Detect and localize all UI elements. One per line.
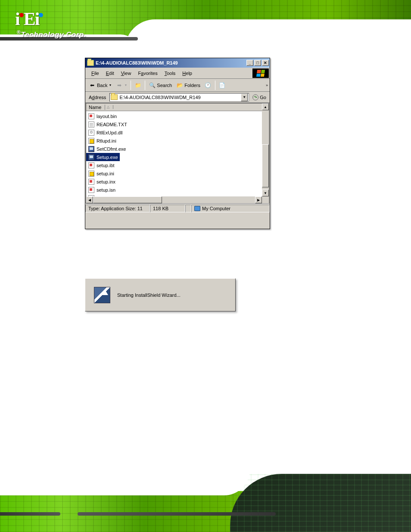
file-name: README.TXT [97, 122, 127, 127]
back-label: Back [97, 83, 107, 88]
scroll-thumb[interactable] [262, 144, 269, 187]
file-list-body: layout.binREADME.TXTRtlExUpd.dllRtlupd.i… [86, 111, 269, 203]
address-bar: Address E:\4-AUDIO\ALC883\WIN\WDM_R149 ▼… [85, 92, 270, 103]
history-button[interactable]: 🕐 [203, 81, 213, 90]
file-icon [88, 113, 95, 120]
file-row[interactable]: Setup.exe [86, 153, 120, 161]
status-location-text: My Computer [202, 206, 230, 211]
menu-file[interactable]: File [88, 70, 103, 77]
menu-favorites[interactable]: Favorites [134, 70, 161, 77]
file-icon [88, 178, 95, 185]
footer-dark [230, 474, 411, 532]
footer-swoop [0, 470, 250, 495]
maximize-button[interactable]: □ [254, 60, 261, 66]
file-icon [88, 121, 95, 128]
logo-tagline: ®Technology Corp. [17, 29, 86, 39]
status-location: My Computer [191, 205, 270, 212]
titlebar[interactable]: E:\4-AUDIO\ALC883\WIN\WDM_R149 _ □ ✕ [85, 58, 270, 68]
file-name: setup.isn [97, 187, 115, 193]
logo: i E i ®Technology Corp. [15, 9, 86, 39]
toolbar-overflow[interactable]: » [266, 83, 268, 87]
go-label: Go [260, 95, 266, 100]
address-combo[interactable]: E:\4-AUDIO\ALC883\WIN\WDM_R149 ▼ [109, 93, 249, 102]
history-icon: 🕐 [205, 82, 212, 89]
file-row[interactable]: RtlExUpd.dll [86, 128, 269, 137]
scroll-right-button[interactable]: ▶ [255, 196, 262, 203]
logo-letter: E [24, 9, 35, 29]
folders-button[interactable]: 📂Folders [174, 81, 202, 90]
file-icon [88, 170, 95, 177]
file-row[interactable]: Rtlupd.ini [86, 137, 269, 145]
file-row[interactable]: layout.bin [86, 112, 269, 120]
file-row[interactable]: setup.inx [86, 177, 269, 186]
file-icon [88, 162, 95, 169]
menu-help[interactable]: Help [179, 70, 196, 77]
file-list: Name△ layout.binREADME.TXTRtlExUpd.dllRt… [86, 103, 269, 204]
file-row[interactable]: setup.isn [86, 186, 269, 194]
forward-button[interactable]: ➡▼ [114, 81, 129, 90]
windows-logo [252, 68, 269, 78]
folder-icon [111, 94, 118, 100]
scroll-left-button[interactable]: ◀ [86, 196, 93, 203]
computer-icon [194, 206, 200, 211]
horizontal-scrollbar[interactable]: ◀ ▶ [86, 196, 262, 203]
installshield-text: Starting InstallShield Wizard... [117, 292, 181, 298]
logo-letter: i [15, 9, 19, 29]
move-to-button[interactable]: 📄 [217, 81, 227, 90]
status-type: Type: Application Size: 11 [85, 205, 150, 212]
file-name: setup.ibt [97, 163, 115, 168]
status-spacer [185, 205, 191, 212]
file-name: Rtlupd.ini [97, 138, 116, 143]
sort-indicator-icon: △ [107, 105, 113, 109]
file-icon [88, 137, 95, 144]
scroll-thumb-h[interactable] [93, 196, 162, 203]
menu-edit[interactable]: Edit [103, 70, 118, 77]
file-row[interactable]: setup.ini [86, 169, 269, 177]
search-icon: 🔍 [149, 82, 156, 89]
close-button[interactable]: ✕ [262, 60, 269, 66]
installshield-dialog: Starting InstallShield Wizard... [85, 278, 236, 311]
window-title: E:\4-AUDIO\ALC883\WIN\WDM_R149 [96, 60, 246, 65]
file-name: layout.bin [97, 114, 117, 119]
go-button[interactable]: ↷Go [251, 93, 268, 101]
toolbar-separator [131, 81, 131, 90]
menu-view[interactable]: View [118, 70, 135, 77]
minimize-button[interactable]: _ [246, 60, 253, 66]
column-header[interactable]: Name△ [86, 103, 269, 111]
file-name: RtlExUpd.dll [97, 130, 123, 135]
file-row[interactable]: README.TXT [86, 120, 269, 128]
address-label: Address [87, 95, 108, 100]
footer-stripe [0, 512, 60, 516]
file-name: setup.ini [97, 171, 114, 176]
address-path: E:\4-AUDIO\ALC883\WIN\WDM_R149 [119, 95, 239, 100]
scroll-up-button[interactable]: ▲ [262, 103, 269, 110]
file-name: setup.inx [97, 179, 115, 184]
file-icon [88, 129, 95, 136]
footer-banner [0, 474, 411, 532]
back-button[interactable]: ⬅Back ▼ [87, 81, 113, 90]
toolbar-separator [145, 81, 145, 90]
vertical-scrollbar[interactable]: ▲ ▼ [262, 103, 269, 203]
toolbar-separator [215, 81, 215, 90]
back-icon: ⬅ [89, 82, 96, 89]
logo-dot-blue [39, 13, 43, 17]
file-row[interactable]: SetCDfmt.exe [86, 145, 269, 153]
search-button[interactable]: 🔍Search [147, 81, 174, 90]
go-icon: ↷ [252, 94, 258, 100]
file-row[interactable]: setup.ibt [86, 161, 269, 169]
file-icon [88, 154, 95, 161]
explorer-window: E:\4-AUDIO\ALC883\WIN\WDM_R149 _ □ ✕ Fil… [85, 58, 270, 229]
menu-tools[interactable]: Tools [161, 70, 179, 77]
up-button[interactable]: 📁 [133, 81, 143, 90]
file-icon [88, 187, 95, 193]
logo-letter: i [35, 9, 39, 29]
footer-stripe-2 [78, 512, 276, 516]
scroll-corner [262, 196, 269, 203]
file-name: SetCDfmt.exe [97, 146, 126, 152]
search-label: Search [157, 83, 172, 88]
folders-icon: 📂 [176, 82, 183, 89]
address-dropdown[interactable]: ▼ [241, 93, 248, 101]
scroll-down-button[interactable]: ▼ [262, 190, 269, 196]
column-name: Name [89, 105, 105, 110]
folder-icon [87, 60, 94, 66]
